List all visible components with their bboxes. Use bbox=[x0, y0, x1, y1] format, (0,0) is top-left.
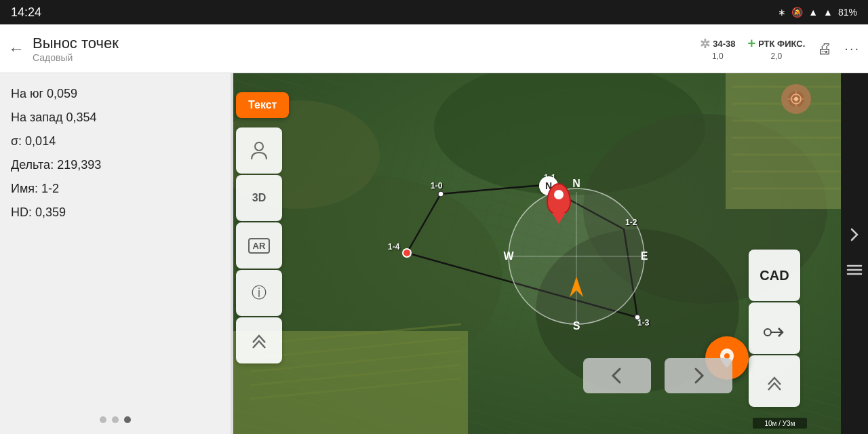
right-arrow-edge[interactable] bbox=[846, 226, 863, 247]
status-time: 14:24 bbox=[11, 5, 41, 20]
dot-2[interactable] bbox=[112, 416, 119, 423]
signal-icon: ▲ bbox=[808, 7, 818, 18]
satellite-indicator bbox=[781, 84, 811, 114]
dot-1[interactable] bbox=[100, 416, 106, 423]
back-button[interactable]: ← bbox=[8, 39, 24, 58]
cad-button[interactable]: CAD bbox=[749, 250, 800, 301]
text-button[interactable]: Текст bbox=[236, 92, 289, 118]
info-delta: Дельта: 219,393 bbox=[11, 158, 220, 172]
svg-text:10м / У3м: 10м / У3м bbox=[764, 420, 795, 427]
satellite-value: 1,0 bbox=[712, 52, 724, 61]
page-title: Вынос точек bbox=[33, 35, 700, 52]
status-bar: 14:24 ∗ 🔕 ▲ ▲ 81% bbox=[0, 0, 868, 24]
info-hd: HD: 0,359 bbox=[11, 205, 220, 220]
info-south: На юг 0,059 bbox=[11, 87, 220, 101]
toolbar: ← Вынос точек Садовый ✲ 34-38 1,0 + РТК … bbox=[0, 24, 868, 73]
satellite-item: ✲ 34-38 1,0 bbox=[700, 37, 735, 61]
svg-text:N: N bbox=[572, 178, 580, 189]
svg-point-21 bbox=[438, 191, 443, 197]
printer-icon[interactable]: 🖨 bbox=[817, 40, 832, 58]
toolbar-right: ✲ 34-38 1,0 + РТК ФИКС. 2,0 🖨 ··· bbox=[700, 36, 860, 61]
right-toolbar: CAD bbox=[749, 250, 803, 407]
info-name: Имя: 1-2 bbox=[11, 182, 220, 196]
rtk-label: РТК ФИКС. bbox=[758, 39, 805, 49]
left-toolbar: 3D AR ⓘ bbox=[236, 127, 286, 363]
menu-edge[interactable] bbox=[846, 263, 863, 281]
svg-text:1-3: 1-3 bbox=[637, 318, 650, 328]
panel-divider bbox=[231, 73, 233, 434]
chevron-up-button[interactable] bbox=[749, 355, 800, 407]
info-sigma: σ: 0,014 bbox=[11, 134, 220, 149]
map-pin bbox=[547, 183, 571, 216]
up-arrows-btn[interactable] bbox=[236, 317, 282, 363]
rtk-item: + РТК ФИКС. 2,0 bbox=[747, 36, 805, 61]
page-dots bbox=[0, 416, 231, 423]
wifi-icon: ▲ bbox=[823, 7, 833, 18]
arrow-right-button[interactable] bbox=[749, 302, 800, 354]
left-panel: На юг 0,059 На запад 0,354 σ: 0,014 Дель… bbox=[0, 73, 231, 434]
ar-btn[interactable]: AR bbox=[236, 222, 282, 269]
rtk-value: 2,0 bbox=[771, 52, 783, 61]
battery-text: 81% bbox=[838, 7, 857, 18]
satellite-count: 34-38 bbox=[713, 39, 735, 49]
nav-prev-button[interactable] bbox=[583, 358, 651, 393]
svg-text:1-4: 1-4 bbox=[388, 242, 400, 252]
rtk-plus-icon: + bbox=[747, 36, 755, 52]
status-icons: ∗ 🔕 ▲ ▲ 81% bbox=[778, 7, 857, 18]
more-button[interactable]: ··· bbox=[844, 41, 860, 56]
title-group: Вынос точек Садовый bbox=[33, 35, 700, 63]
nav-next-button[interactable] bbox=[665, 358, 732, 393]
satellite-icon: ✲ bbox=[700, 37, 710, 52]
info-west: На запад 0,354 bbox=[11, 111, 220, 125]
svg-text:E: E bbox=[641, 250, 648, 262]
page-subtitle: Садовый bbox=[33, 52, 700, 63]
3d-btn[interactable]: 3D bbox=[236, 175, 282, 221]
svg-point-45 bbox=[764, 329, 771, 336]
svg-text:1-0: 1-0 bbox=[431, 181, 443, 191]
svg-point-44 bbox=[255, 142, 263, 151]
svg-point-20 bbox=[403, 249, 411, 257]
dot-3[interactable] bbox=[124, 416, 131, 423]
bluetooth-icon: ∗ bbox=[778, 7, 786, 18]
svg-text:S: S bbox=[573, 320, 580, 332]
map-area[interactable]: N S E W 1-0 1-1 1-2 1-3 1-4 10м / У3м N bbox=[231, 73, 841, 434]
right-edge bbox=[841, 73, 868, 434]
svg-text:W: W bbox=[503, 250, 514, 262]
info-btn[interactable]: ⓘ bbox=[236, 270, 282, 316]
person-btn[interactable] bbox=[236, 127, 282, 174]
bell-icon: 🔕 bbox=[791, 7, 803, 18]
svg-text:1-2: 1-2 bbox=[625, 218, 637, 227]
